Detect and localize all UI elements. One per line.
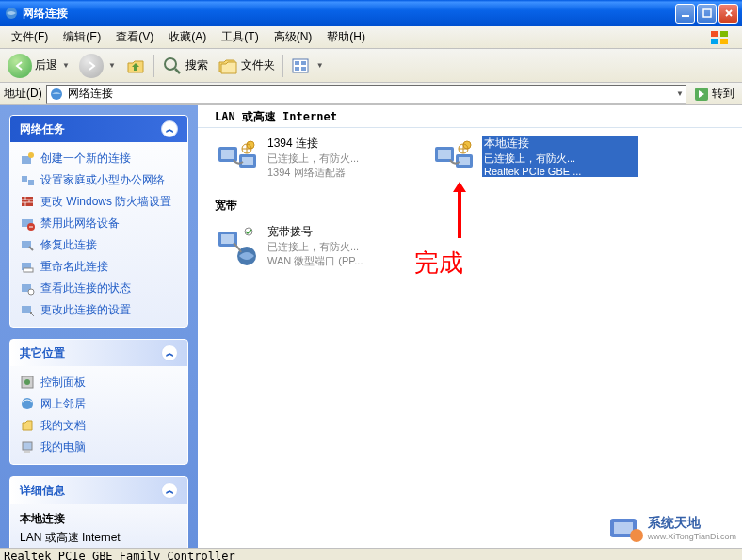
status-bar: Realtek PCIe GBE Family Controller xyxy=(0,548,742,560)
window-controls xyxy=(675,4,738,24)
link-control-panel[interactable]: 控制面板 xyxy=(20,372,178,393)
connection-icon xyxy=(431,136,476,181)
svg-rect-1 xyxy=(682,15,689,17)
connection-device: WAN 微型端口 (PP... xyxy=(266,254,422,268)
menu-favorites[interactable]: 收藏(A) xyxy=(161,27,214,47)
svg-rect-9 xyxy=(295,61,299,65)
group-broadband-header: 宽带 xyxy=(198,194,742,216)
collapse-icon: ︽ xyxy=(161,344,178,361)
annotation-arrow-icon xyxy=(450,177,469,243)
firewall-icon xyxy=(20,194,35,209)
toolbar-separator xyxy=(153,55,154,77)
network-tasks-header[interactable]: 网络任务 ︽ xyxy=(10,116,187,142)
address-input[interactable]: 网络连接 ▼ xyxy=(46,85,686,104)
menu-file[interactable]: 文件(F) xyxy=(4,27,56,47)
close-button[interactable] xyxy=(718,4,738,24)
details-title: 详细信息 xyxy=(20,483,65,499)
home-network-icon xyxy=(20,172,35,187)
svg-rect-17 xyxy=(22,176,27,182)
task-rename[interactable]: 重命名此连接 xyxy=(20,256,178,278)
network-tasks-body: 创建一个新的连接 设置家庭或小型办公网络 更改 Windows 防火墙设置 禁用… xyxy=(10,142,187,327)
maximize-button[interactable] xyxy=(697,4,717,24)
svg-rect-4 xyxy=(720,31,728,37)
search-icon xyxy=(162,56,183,76)
search-label: 搜索 xyxy=(186,57,208,73)
menu-view[interactable]: 查看(V) xyxy=(108,27,161,47)
task-change-settings[interactable]: 更改此连接的设置 xyxy=(20,299,178,321)
go-button[interactable]: 转到 xyxy=(690,86,738,102)
address-label: 地址(D) xyxy=(4,86,42,102)
address-location-icon xyxy=(49,87,64,102)
task-firewall[interactable]: 更改 Windows 防火墙设置 xyxy=(20,191,178,213)
svg-point-7 xyxy=(165,58,176,70)
svg-point-51 xyxy=(630,529,643,542)
folders-label: 文件夹 xyxy=(241,57,275,73)
connection-icon xyxy=(215,224,260,269)
svg-rect-46 xyxy=(221,234,234,244)
other-places-header[interactable]: 其它位置 ︽ xyxy=(10,340,187,366)
svg-rect-36 xyxy=(242,157,253,165)
rename-icon xyxy=(20,259,35,274)
disable-icon xyxy=(20,216,35,231)
details-header[interactable]: 详细信息 ︽ xyxy=(10,477,187,504)
menu-edit[interactable]: 编辑(E) xyxy=(56,27,108,47)
svg-rect-40 xyxy=(438,150,451,159)
link-my-documents[interactable]: 我的文档 xyxy=(20,415,178,437)
back-dropdown-icon: ▼ xyxy=(62,61,70,70)
link-my-computer[interactable]: 我的电脑 xyxy=(20,437,178,458)
settings-icon xyxy=(20,302,35,317)
connection-1394[interactable]: 1394 连接 已连接上，有防火... 1394 网络适配器 xyxy=(215,136,422,181)
connection-local[interactable]: 本地连接 已连接上，有防火... Realtek PCIe GBE ... xyxy=(431,136,638,181)
task-home-network[interactable]: 设置家庭或小型办公网络 xyxy=(20,169,178,191)
details-panel: 详细信息 ︽ 本地连接 LAN 或高速 Internet xyxy=(9,476,188,548)
repair-icon xyxy=(20,237,35,252)
watermark-brand: 系统天地 xyxy=(648,515,736,532)
link-network-neighborhood[interactable]: 网上邻居 xyxy=(20,393,178,415)
other-places-body: 控制面板 网上邻居 我的文档 我的电脑 xyxy=(10,366,187,464)
content-area: LAN 或高速 Internet 1394 连接 已连接上，有防火... 139… xyxy=(198,105,742,548)
task-view-status[interactable]: 查看此连接的状态 xyxy=(20,278,178,299)
other-places-panel: 其它位置 ︽ 控制面板 网上邻居 我的文档 我的电脑 xyxy=(9,339,188,465)
group-lan-header: LAN 或高速 Internet xyxy=(198,105,742,128)
search-button[interactable]: 搜索 xyxy=(158,53,212,79)
folders-button[interactable]: 文件夹 xyxy=(214,53,279,79)
computer-icon xyxy=(20,440,35,455)
connection-device: Realtek PCIe GBE ... xyxy=(482,166,638,177)
status-text: Realtek PCIe GBE Family Controller xyxy=(4,550,235,560)
address-bar: 地址(D) 网络连接 ▼ 转到 xyxy=(0,83,742,105)
task-repair[interactable]: 修复此连接 xyxy=(20,234,178,256)
svg-point-26 xyxy=(28,289,34,295)
back-button[interactable]: 后退 ▼ xyxy=(4,53,73,79)
minimize-button[interactable] xyxy=(675,4,695,24)
svg-point-43 xyxy=(463,141,471,149)
connection-status: 已连接上，有防火... xyxy=(266,240,422,254)
address-dropdown-icon[interactable]: ▼ xyxy=(676,89,684,98)
forward-button[interactable]: ▼ xyxy=(75,53,120,79)
go-icon xyxy=(694,87,709,102)
task-disable-device[interactable]: 禁用此网络设备 xyxy=(20,213,178,234)
connection-name: 本地连接 xyxy=(482,136,638,152)
svg-rect-31 xyxy=(23,442,32,450)
documents-icon xyxy=(20,418,35,433)
up-button[interactable] xyxy=(121,53,150,79)
network-tasks-panel: 网络任务 ︽ 创建一个新的连接 设置家庭或小型办公网络 更改 Windows 防… xyxy=(9,115,188,328)
details-body: 本地连接 LAN 或高速 Internet xyxy=(10,504,187,548)
connection-broadband-dial[interactable]: 宽带拨号 已连接上，有防火... WAN 微型端口 (PP... xyxy=(215,224,422,269)
svg-rect-2 xyxy=(703,9,711,17)
address-value: 网络连接 xyxy=(68,86,113,102)
connection-status: 已连接上，有防火... xyxy=(266,152,422,166)
collapse-icon: ︽ xyxy=(161,482,178,499)
menu-advanced[interactable]: 高级(N) xyxy=(266,27,320,47)
svg-rect-19 xyxy=(22,197,33,206)
svg-rect-34 xyxy=(221,150,234,159)
collapse-icon: ︽ xyxy=(161,120,178,137)
task-new-connection[interactable]: 创建一个新的连接 xyxy=(20,148,178,169)
watermark-url: www.XiTongTianDi.com xyxy=(648,532,736,541)
svg-point-29 xyxy=(24,379,30,385)
menu-tools[interactable]: 工具(T) xyxy=(214,27,266,47)
menu-help[interactable]: 帮助(H) xyxy=(319,27,373,47)
forward-icon xyxy=(79,54,104,78)
go-label: 转到 xyxy=(712,86,734,102)
watermark-icon xyxy=(606,513,644,543)
views-button[interactable]: ▼ xyxy=(287,53,328,79)
